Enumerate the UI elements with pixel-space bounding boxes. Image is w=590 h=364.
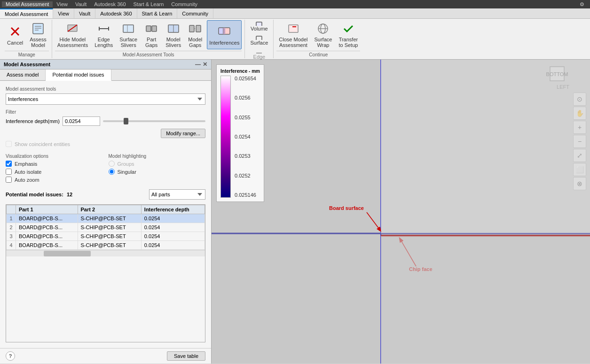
help-button[interactable]: ? [6, 351, 15, 361]
tools-buttons: Hide ModelAssessments EdgeLengths Surfac… [55, 20, 242, 50]
interferences-icon [217, 24, 232, 39]
manage-buttons: Cancel AssessModel [5, 20, 49, 50]
row-num: 1 [7, 214, 16, 223]
svg-rect-42 [381, 236, 590, 364]
depth-label: Interference depth(mm) [6, 118, 60, 124]
surface-button[interactable]: Surface [248, 34, 270, 47]
right-toolbar: ⊙ ✋ + − ⤢ ⬜ ⊗ [573, 93, 586, 190]
menu-item-community[interactable]: Community [167, 1, 201, 7]
tab-autodesk360[interactable]: Autodesk 360 [95, 8, 137, 18]
tab-community[interactable]: Community [177, 8, 213, 18]
appearance-button[interactable]: ⊗ [573, 177, 586, 190]
ribbon-tabs: Model Assessment View Vault Autodesk 360… [0, 8, 590, 19]
singular-row: Singular [109, 169, 206, 175]
cancel-icon [8, 24, 23, 39]
visualization-section: Visualization options Emphasis Auto isol… [6, 154, 103, 185]
tab-start-learn[interactable]: Start & Learn [137, 8, 178, 18]
auto-isolate-row: Auto isolate [6, 169, 103, 175]
depth-slider[interactable] [103, 120, 205, 122]
section-button[interactable]: ⬜ [573, 163, 586, 176]
transfer-to-setup-button[interactable]: Transferto Setup [336, 20, 360, 49]
menu-item-start-learn[interactable]: Start & Learn [130, 1, 168, 7]
depth-cell: 0.0254 [141, 232, 205, 241]
col-depth[interactable]: Interference depth [141, 205, 205, 214]
menu-item-vault[interactable]: Vault [71, 1, 90, 7]
svg-line-37 [367, 212, 381, 231]
manage-group-label: Manage [5, 51, 49, 58]
pan-button[interactable]: ✋ [573, 107, 586, 120]
ribbon-content: Cancel AssessModel Manage Hide ModelAs [0, 19, 590, 59]
slider-thumb[interactable] [124, 118, 128, 124]
volume-button[interactable]: Volume [248, 20, 270, 33]
table-row[interactable]: 2 BOARD@PCB-S... S-CHIP@PCB-SET 0.0254 [7, 223, 205, 232]
depth-input[interactable] [63, 116, 100, 126]
col-part2[interactable]: Part 2 [78, 205, 141, 214]
part-gaps-button[interactable]: PartGaps [142, 20, 161, 49]
menu-item-autodesk360[interactable]: Autodesk 360 [90, 1, 129, 7]
menu-bar: Model Assessment View Vault Autodesk 360… [0, 0, 590, 8]
svg-rect-14 [152, 26, 157, 31]
menu-item-view[interactable]: View [53, 1, 71, 7]
zoom-in-button[interactable]: + [573, 121, 586, 134]
svg-text:Board surface: Board surface [329, 205, 364, 211]
part1-cell: BOARD@PCB-S... [16, 223, 78, 232]
svg-rect-17 [189, 25, 194, 32]
groups-radio[interactable] [109, 161, 115, 167]
hide-model-assessments-icon [65, 22, 80, 36]
legend-label-3: 0.0253 [235, 153, 256, 159]
tab-assess-model[interactable]: Assess model [0, 70, 46, 80]
panel-tabs: Assess model Potential model issues [0, 70, 211, 81]
close-model-assessment-button[interactable]: Close ModelAssessment [276, 20, 310, 49]
assess-model-button[interactable]: AssessModel [27, 20, 48, 49]
emphasis-checkbox[interactable] [6, 161, 12, 167]
all-parts-select[interactable]: All parts [149, 189, 205, 200]
main-area: Model Assessment — ✕ Assess model Potent… [0, 60, 590, 364]
hide-model-assessments-button[interactable]: Hide ModelAssessments [55, 20, 90, 49]
row-num: 2 [7, 223, 16, 232]
view-cube[interactable]: BOTTOM LEFT [543, 64, 571, 88]
save-table-button[interactable]: Save table [167, 351, 205, 361]
model-slivers-button[interactable]: ModelSlivers [163, 20, 183, 49]
tab-vault[interactable]: Vault [74, 8, 95, 18]
table-row[interactable]: 3 BOARD@PCB-S... S-CHIP@PCB-SET 0.0254 [7, 232, 205, 241]
zoom-out-button[interactable]: − [573, 135, 586, 148]
tab-model-assessment[interactable]: Model Assessment [0, 8, 53, 18]
transfer-to-setup-icon [341, 22, 356, 36]
groups-row: Groups [109, 161, 206, 167]
edge-button[interactable]: Edge [248, 48, 270, 61]
panel-minimize-button[interactable]: — [195, 61, 201, 68]
edge-lengths-button[interactable]: EdgeLengths [92, 20, 115, 49]
menu-item-settings[interactable]: ⚙ [576, 1, 588, 8]
tab-view[interactable]: View [53, 8, 74, 18]
svg-rect-18 [196, 25, 201, 32]
part-gaps-icon [144, 22, 159, 36]
col-part1[interactable]: Part 1 [16, 205, 78, 214]
orbit-button[interactable]: ⊙ [573, 93, 586, 106]
svg-rect-22 [223, 28, 225, 34]
panel-close-button[interactable]: ✕ [203, 61, 207, 68]
show-coincident-checkbox[interactable] [6, 141, 12, 147]
auto-zoom-checkbox[interactable] [6, 177, 12, 183]
tools-section: Model assessment tools Interferences Sur… [6, 86, 205, 105]
table-row[interactable]: 1 BOARD@PCB-S... S-CHIP@PCB-SET 0.0254 [7, 214, 205, 223]
auto-isolate-checkbox[interactable] [6, 169, 12, 175]
tool-select[interactable]: Interferences Surface Slivers Part Gaps … [6, 93, 205, 105]
horizontal-scrollbar[interactable] [6, 250, 205, 256]
svg-rect-24 [256, 36, 262, 40]
modify-range-button[interactable]: Modify range... [161, 129, 205, 138]
issues-table-scroll[interactable]: Part 1 Part 2 Interference depth 1 BOARD… [6, 205, 205, 250]
interferences-button[interactable]: Interferences [207, 20, 242, 49]
menu-item-model-assessment[interactable]: Model Assessment [2, 1, 53, 7]
tab-potential-model-issues[interactable]: Potential model issues [46, 70, 111, 81]
singular-radio[interactable] [109, 169, 115, 175]
surface-wrap-button[interactable]: SurfaceWrap [312, 20, 335, 49]
model-gaps-button[interactable]: ModelGaps [185, 20, 205, 49]
table-row[interactable]: 4 BOARD@PCB-S... S-CHIP@PCB-SET 0.0254 [7, 241, 205, 250]
surface-wrap-icon [315, 22, 330, 36]
ribbon-group-tools: Hide ModelAssessments EdgeLengths Surfac… [52, 20, 245, 58]
issues-table-container: Part 1 Part 2 Interference depth 1 BOARD… [6, 204, 205, 342]
cancel-button[interactable]: Cancel [5, 20, 25, 49]
surface-slivers-button[interactable]: SurfaceSlivers [117, 20, 140, 49]
scrollbar-thumb[interactable] [44, 251, 91, 256]
fit-button[interactable]: ⤢ [573, 149, 586, 162]
